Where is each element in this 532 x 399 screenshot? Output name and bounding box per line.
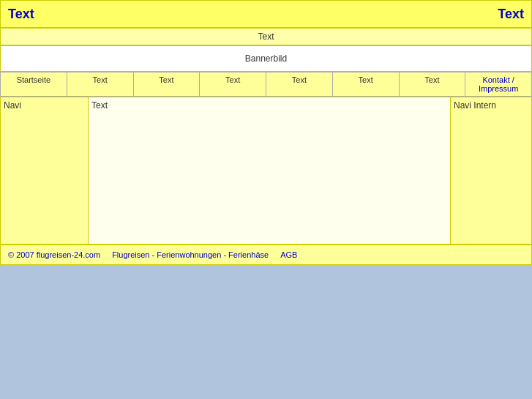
footer: © 2007 flugreisen-24.com Flugreisen - Fe…: [0, 245, 532, 265]
content-label: Text: [91, 100, 108, 111]
nav-startseite[interactable]: Startseite: [1, 72, 67, 96]
header-text-left: Text: [8, 7, 34, 22]
nav-kontakt[interactable]: Kontakt / Impressum: [465, 72, 531, 96]
nav-text-1[interactable]: Text: [67, 72, 134, 96]
navbar: Startseite Text Text Text Text Text Text…: [0, 72, 532, 97]
sidebar-right-label: Navi Intern: [454, 100, 496, 111]
sub-header: Text: [0, 28, 532, 45]
nav-text-2[interactable]: Text: [134, 72, 201, 96]
banner: Bannerbild: [0, 45, 532, 72]
main-content: Navi Text Navi Intern: [0, 97, 532, 245]
footer-copyright: © 2007 flugreisen-24.com: [8, 250, 100, 259]
page-wrapper: Text Text Text Bannerbild Startseite Tex…: [0, 0, 532, 265]
nav-text-6[interactable]: Text: [400, 72, 466, 96]
nav-text-5[interactable]: Text: [333, 72, 400, 96]
nav-text-4[interactable]: Text: [266, 72, 333, 96]
footer-agb[interactable]: AGB: [280, 250, 297, 259]
sidebar-left-label: Navi: [4, 100, 21, 111]
footer-links: Flugreisen - Ferienwohnungen - Ferienhäs…: [112, 250, 269, 259]
nav-text-3[interactable]: Text: [200, 72, 266, 96]
header-text-right: Text: [498, 7, 524, 22]
sidebar-right: Navi Intern: [451, 97, 531, 244]
content-area: Text: [89, 97, 451, 244]
sidebar-left: Navi: [1, 97, 89, 244]
banner-text: Bannerbild: [245, 53, 287, 64]
sub-header-text: Text: [258, 31, 274, 42]
header: Text Text: [0, 0, 532, 28]
